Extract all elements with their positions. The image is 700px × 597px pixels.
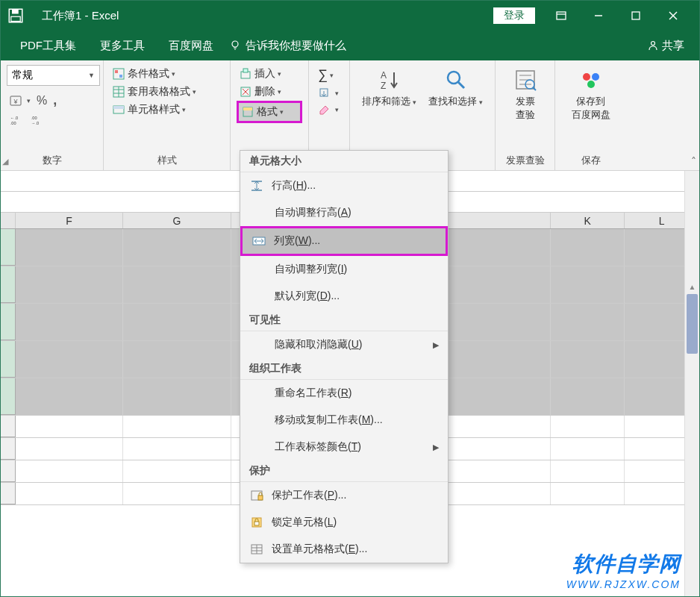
watermark: 软件自学网 WWW.RJZXW.COM — [566, 550, 681, 590]
maximize-button[interactable] — [617, 1, 654, 31]
tab-pdf-tools[interactable]: PDF工具集 — [8, 31, 88, 60]
menu-auto-row-height[interactable]: 自动调整行高(A) — [240, 199, 448, 226]
row-height-icon — [249, 178, 264, 193]
fill-button[interactable]: ▾ — [315, 85, 343, 101]
col-header-g[interactable]: G — [123, 213, 231, 228]
svg-rect-3 — [557, 12, 566, 19]
col-width-icon — [251, 234, 266, 249]
tell-me-search[interactable]: 告诉我你想要做什么 — [229, 39, 346, 53]
menu-section-visibility: 可见性 — [240, 310, 448, 331]
conditional-format-button[interactable]: 条件格式▾ — [110, 65, 224, 83]
decrease-decimal-button[interactable]: .00→.0 — [28, 112, 49, 128]
vertical-scrollbar[interactable]: ▲ — [684, 171, 699, 596]
menu-section-protect: 保护 — [240, 460, 448, 482]
group-label-number: 数字 — [1, 154, 103, 167]
fill-down-icon — [318, 87, 330, 99]
menu-default-width[interactable]: 默认列宽(D)... — [240, 283, 448, 310]
decrease-decimal-icon: .00→.0 — [31, 114, 43, 126]
svg-point-12 — [651, 42, 655, 46]
ribbon-group-invoice: 发票 查验 发票查验 — [496, 60, 555, 170]
menu-hide-unhide[interactable]: 隐藏和取消隐藏(U)▶ — [240, 331, 448, 358]
currency-icon: ¥ — [10, 95, 22, 107]
window-title: 工作簿1 - Excel — [42, 9, 119, 23]
svg-rect-34 — [243, 107, 252, 110]
svg-rect-27 — [113, 106, 124, 109]
select-all-corner[interactable] — [1, 213, 16, 228]
svg-point-48 — [587, 81, 595, 88]
svg-text:Z: Z — [381, 81, 386, 91]
submenu-arrow-icon: ▶ — [433, 443, 439, 452]
tab-baidu-disk[interactable]: 百度网盘 — [157, 31, 225, 60]
menu-move-copy-sheet[interactable]: 移动或复制工作表(M)... — [240, 407, 448, 434]
svg-point-9 — [232, 41, 238, 47]
save-baidu-button[interactable]: 保存到 百度网盘 — [561, 65, 620, 125]
menu-auto-col-width[interactable]: 自动调整列宽(I) — [240, 256, 448, 283]
svg-text:A: A — [381, 70, 387, 81]
insert-button[interactable]: 插入▾ — [237, 65, 302, 83]
svg-text:.00: .00 — [31, 116, 37, 120]
share-button[interactable]: 共享 — [647, 39, 684, 53]
format-icon — [242, 106, 254, 118]
ribbon-group-save: 保存到 百度网盘 保存 — [555, 60, 626, 170]
format-cells-icon — [249, 542, 264, 557]
svg-text:→.0: →.0 — [31, 121, 39, 125]
percent-button[interactable]: % — [34, 92, 50, 110]
watermark-title: 软件自学网 — [566, 550, 681, 578]
lightbulb-icon — [229, 39, 241, 53]
menu-rename-sheet[interactable]: 重命名工作表(R) — [240, 380, 448, 407]
svg-text:←.0: ←.0 — [10, 116, 18, 120]
login-button[interactable]: 登录 — [493, 7, 535, 24]
delete-button[interactable]: 删除▾ — [237, 83, 302, 101]
find-select-icon — [444, 68, 468, 92]
share-label: 共享 — [662, 39, 684, 53]
menu-protect-sheet[interactable]: 保护工作表(P)... — [240, 482, 448, 509]
col-header-f[interactable]: F — [16, 213, 123, 228]
menu-row-height[interactable]: 行高(H)... — [240, 172, 448, 199]
eraser-icon — [318, 104, 330, 116]
svg-point-46 — [583, 73, 590, 81]
svg-line-39 — [458, 82, 464, 88]
submenu-arrow-icon: ▶ — [433, 340, 439, 350]
close-button[interactable] — [654, 1, 692, 31]
number-format-dropdown[interactable]: 常规 ▼ — [7, 65, 100, 86]
invoice-check-button[interactable]: 发票 查验 — [501, 65, 549, 125]
svg-text:¥: ¥ — [13, 98, 18, 105]
delete-icon — [240, 86, 251, 98]
tab-more-tools[interactable]: 更多工具 — [88, 31, 157, 60]
watermark-url: WWW.RJZXW.COM — [566, 578, 681, 590]
sort-filter-icon: AZ — [378, 68, 401, 92]
quick-save-icon[interactable] — [8, 8, 23, 23]
menu-tab-color[interactable]: 工作表标签颜色(T)▶ — [240, 434, 448, 460]
svg-point-47 — [592, 73, 599, 81]
menu-format-cells[interactable]: 设置单元格格式(E)... — [240, 536, 448, 563]
ribbon-group-number: 常规 ▼ ¥▾ % , ←.0.00 .00→.0 ◢ 数字 — [1, 60, 104, 170]
table-format-button[interactable]: 套用表格格式▾ — [110, 83, 224, 101]
scroll-up-arrow[interactable]: ▲ — [685, 279, 699, 294]
menu-col-width[interactable]: 列宽(W)... — [240, 226, 448, 256]
cell-styles-button[interactable]: 单元格样式▾ — [110, 101, 224, 119]
invoice-icon — [513, 68, 537, 92]
comma-button[interactable]: , — [50, 90, 60, 110]
protect-sheet-icon — [249, 488, 264, 503]
format-button[interactable]: 格式▾ — [237, 101, 302, 123]
accounting-format-button[interactable]: ¥▾ — [7, 93, 34, 109]
cell-styles-icon — [113, 104, 125, 116]
col-header-k[interactable]: K — [551, 213, 625, 228]
svg-rect-21 — [119, 75, 122, 78]
group-label-save: 保存 — [555, 154, 626, 167]
autosum-button[interactable]: ∑▾ — [315, 65, 343, 85]
svg-line-45 — [533, 87, 536, 90]
share-icon — [647, 40, 659, 51]
ribbon-collapse-button[interactable]: ˄ — [691, 155, 696, 167]
clear-button[interactable]: ▾ — [315, 101, 343, 118]
minimize-button[interactable] — [580, 1, 617, 31]
scroll-thumb[interactable] — [687, 294, 698, 354]
group-label-styles: 样式 — [104, 154, 230, 167]
format-dropdown-menu: 单元格大小 行高(H)... 自动调整行高(A) 列宽(W)... 自动调整列宽… — [240, 150, 449, 563]
increase-decimal-button[interactable]: ←.0.00 — [7, 112, 28, 128]
ribbon-group-styles: 条件格式▾ 套用表格格式▾ 单元格样式▾ 样式 — [104, 60, 231, 170]
increase-decimal-icon: ←.0.00 — [10, 114, 22, 126]
ribbon-display-button[interactable] — [543, 1, 580, 31]
baidu-disk-icon — [579, 68, 603, 92]
menu-lock-cell[interactable]: 锁定单元格(L) — [240, 509, 448, 536]
